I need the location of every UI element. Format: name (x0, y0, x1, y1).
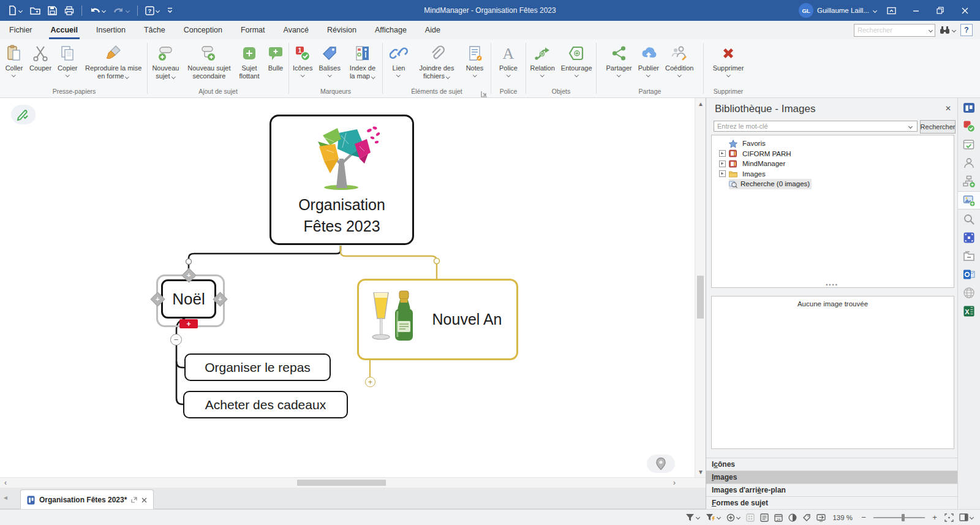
user-name[interactable]: Guillaume Laill... (817, 7, 869, 14)
tab-format[interactable]: Format (232, 21, 274, 39)
central-topic[interactable]: Organisation Fêtes 2023 (270, 115, 414, 245)
expander-plus-icon[interactable] (719, 150, 726, 157)
power-filter-button[interactable] (726, 513, 741, 522)
save-button[interactable] (45, 4, 60, 18)
open-in-window-icon[interactable] (131, 497, 137, 503)
document-tab[interactable]: Organisation Fêtes 2023* (20, 489, 154, 510)
scroll-up-arrow[interactable]: ▲ (695, 98, 706, 109)
fit-map-button[interactable] (944, 513, 954, 522)
close-document-icon[interactable] (141, 497, 147, 503)
new-document-button[interactable] (5, 3, 26, 18)
publier-button[interactable]: Publier (636, 43, 662, 78)
tree-item-recherche[interactable]: Recherche (0 images) (712, 179, 954, 189)
panel-splitter[interactable]: •••• (706, 282, 958, 288)
minimize-button[interactable] (905, 2, 926, 19)
sujet-flottant-button[interactable]: Sujet flottant (236, 43, 263, 81)
tab-scroll-left-icon[interactable]: ◂ (4, 493, 7, 502)
tab-conception[interactable]: Conception (175, 21, 232, 39)
zoom-out-button[interactable]: − (859, 513, 868, 522)
supprimer-button[interactable]: Supprimer (710, 43, 747, 78)
filter-button[interactable] (685, 513, 700, 521)
coller-button[interactable]: Coller (2, 43, 26, 78)
restore-button[interactable] (930, 2, 951, 19)
pane-layout-button[interactable] (959, 513, 974, 521)
index-de-la-map-button[interactable]: Index de la map (344, 43, 381, 81)
vertical-scrollbar[interactable]: ▲ ▼ (695, 98, 706, 477)
resources-pane-button[interactable] (958, 154, 980, 172)
expander-plus-icon[interactable] (719, 161, 726, 167)
scroll-left-arrow[interactable]: ‹ (0, 478, 11, 488)
topic-nouvel-an[interactable]: Nouvel An (357, 279, 518, 360)
outlook-pane-button[interactable] (958, 266, 980, 283)
slide-view-button[interactable] (816, 513, 826, 522)
library-pane-button[interactable] (958, 99, 980, 116)
help-pane-button[interactable]: ? (960, 24, 973, 36)
joindre-des-fichiers-button[interactable]: Joindre des fichiers (412, 43, 462, 81)
snapshot-pane-button[interactable] (958, 229, 980, 246)
map-parts-pane-button[interactable] (958, 173, 980, 190)
notes-button[interactable]: Notes (463, 43, 486, 78)
relation-button[interactable]: Relation (527, 43, 557, 78)
police-button[interactable]: A Police (497, 43, 520, 78)
dialog-launcher-icon[interactable] (481, 89, 488, 96)
bulle-button[interactable]: Bulle (264, 43, 287, 74)
vertical-scrollbar-thumb[interactable] (697, 276, 704, 319)
icon-markers-pane-button[interactable] (958, 118, 980, 135)
icones-button[interactable]: 1 Icônes (290, 43, 315, 78)
tab-images[interactable]: Images (706, 470, 958, 483)
quick-filter-button[interactable] (706, 513, 721, 521)
tab-images-arriere-plan[interactable]: Images d'arrière-plan (706, 483, 958, 496)
chevron-down-icon[interactable] (929, 29, 933, 32)
tab-icones[interactable]: Icônes (706, 458, 958, 470)
find-button[interactable] (940, 26, 956, 34)
outline-view-button[interactable] (760, 513, 769, 522)
web-pane-button[interactable] (958, 284, 980, 301)
images-pane-button[interactable] (958, 191, 980, 210)
tab-tache[interactable]: Tâche (135, 21, 175, 39)
tab-fichier[interactable]: Fichier (0, 21, 42, 39)
copier-button[interactable]: Copier (55, 43, 80, 78)
topic-organiser-le-repas[interactable]: Organiser le repas (184, 353, 331, 381)
tab-revision[interactable]: Révision (318, 21, 366, 39)
compare-view-button[interactable] (788, 513, 797, 522)
customize-toolbar-button[interactable] (164, 5, 176, 16)
map-position-button[interactable] (647, 455, 675, 473)
keyword-search-input[interactable] (714, 121, 918, 132)
tab-affichage[interactable]: Affichage (366, 21, 416, 39)
scroll-right-arrow[interactable]: › (669, 478, 680, 488)
topic-noel[interactable]: Noël (161, 279, 216, 319)
entourage-button[interactable]: Entourage (559, 43, 595, 78)
redo-button[interactable] (110, 4, 133, 18)
help-button[interactable]: ? (142, 4, 163, 18)
tree-item-ciform-parh[interactable]: CIFORM PARH (712, 149, 954, 159)
open-button[interactable] (27, 4, 43, 18)
collapse-branch-button[interactable]: − (170, 334, 182, 346)
balises-button[interactable]: Balises (316, 43, 342, 78)
coedition-button[interactable]: Coédition (663, 43, 696, 78)
tab-insertion[interactable]: Insertion (87, 21, 135, 39)
edit-mode-indicator[interactable] (11, 105, 36, 124)
tab-formes-de-sujet[interactable]: Formes de sujet (706, 496, 958, 509)
map-canvas[interactable]: Organisation Fêtes 2023 + + + Noël + − (0, 98, 695, 477)
partager-button[interactable]: Partager (604, 43, 635, 78)
task-info-pane-button[interactable] (958, 136, 980, 153)
panel-close-icon[interactable]: ✕ (945, 104, 951, 113)
nouveau-sujet-secondaire-button[interactable]: Nouveau sujet secondaire (184, 43, 235, 81)
user-avatar[interactable]: GL (799, 3, 813, 18)
close-button[interactable] (954, 2, 975, 19)
tag-view-button[interactable] (802, 513, 811, 522)
search-pane-button[interactable] (958, 211, 980, 228)
print-button[interactable] (61, 4, 77, 18)
tab-avance[interactable]: Avancé (274, 21, 318, 39)
zoom-in-button[interactable]: + (930, 513, 939, 522)
chevron-down-icon[interactable] (873, 9, 877, 12)
tree-item-images[interactable]: Images (712, 169, 954, 179)
couper-button[interactable]: Couper (27, 43, 54, 74)
tree-item-favoris[interactable]: Favoris (712, 138, 954, 149)
nouveau-sujet-button[interactable]: Nouveau sujet (149, 43, 183, 81)
expander-plus-icon[interactable] (719, 170, 726, 177)
horizontal-scrollbar[interactable]: ‹ › (0, 477, 706, 488)
ribbon-search-input[interactable] (854, 24, 935, 37)
topic-acheter-des-cadeaux[interactable]: Acheter des cadeaux (183, 391, 348, 418)
tab-aide[interactable]: Aide (416, 21, 450, 39)
